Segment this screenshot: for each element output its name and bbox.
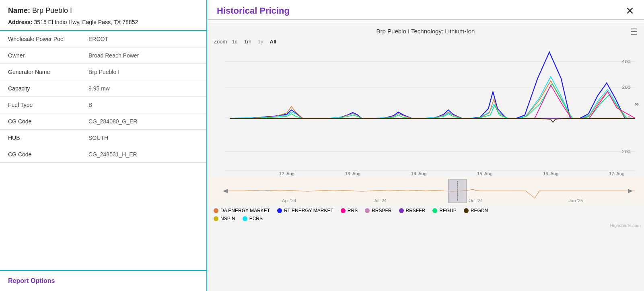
legend-item: DA ENERGY MARKET — [214, 208, 270, 213]
info-value: Broad Reach Power — [88, 52, 198, 59]
navigator-area: Apr '24 Jul '24 Oct '24 Jan '25 ◀ ▶ — [207, 177, 644, 205]
left-panel: Name: Brp Pueblo I Address: 3515 El Indi… — [0, 0, 207, 291]
info-row: OwnerBroad Reach Power — [0, 47, 206, 64]
legend-label: ECRS — [249, 216, 263, 221]
legend-dot — [432, 208, 437, 213]
chart-title: Brp Pueblo I Technology: Lithium-Ion — [377, 28, 475, 35]
svg-text:15. Aug: 15. Aug — [477, 171, 492, 176]
svg-text:Oct '24: Oct '24 — [469, 199, 483, 203]
legend-dot — [214, 208, 218, 213]
zoom-1y[interactable]: 1y — [256, 38, 265, 45]
legend-dot — [341, 208, 346, 213]
info-value: SOUTH — [88, 135, 198, 141]
svg-text:400: 400 — [622, 59, 630, 65]
zoom-controls: Zoom 1d 1m 1y All — [207, 36, 644, 49]
address-label: Address: — [8, 19, 33, 25]
svg-text:$: $ — [634, 103, 640, 106]
report-options-title: Report Options — [8, 277, 55, 284]
legend-item: NSPIN — [214, 216, 235, 221]
legend-dot — [214, 216, 218, 221]
legend-label: NSPIN — [220, 216, 235, 221]
info-label: HUB — [8, 135, 88, 141]
info-label: Wholesale Power Pool — [8, 36, 88, 42]
name-label: Name: — [8, 6, 30, 14]
info-row: Capacity9.95 mw — [0, 80, 206, 97]
info-value: CG_248531_H_ER — [88, 151, 198, 158]
svg-text:16. Aug: 16. Aug — [543, 171, 558, 176]
legend-label: REGDN — [471, 208, 488, 213]
info-label: CG Code — [8, 118, 88, 125]
name-value: Brp Pueblo I — [32, 6, 72, 14]
address-value: 3515 El Indio Hwy, Eagle Pass, TX 78852 — [34, 19, 138, 25]
svg-text:17. Aug: 17. Aug — [609, 171, 624, 176]
info-value: B — [88, 102, 198, 108]
right-header: Historical Pricing ✕ — [207, 0, 644, 20]
info-label: CG Code — [8, 151, 88, 158]
legend-label: RRS — [348, 208, 358, 213]
info-row: Generator NameBrp Pueblo I — [0, 64, 206, 80]
info-value: ERCOT — [88, 36, 198, 42]
navigator-svg: Apr '24 Jul '24 Oct '24 Jan '25 ◀ ▶ — [207, 177, 644, 205]
legend-dot — [464, 208, 469, 213]
legend-label: RT ENERGY MARKET — [284, 208, 333, 213]
legend-label: RRSFFR — [406, 208, 426, 213]
info-table: Wholesale Power PoolERCOTOwnerBroad Reac… — [0, 31, 206, 270]
svg-text:◀: ◀ — [223, 187, 228, 194]
zoom-label: Zoom — [214, 39, 227, 45]
svg-text:Apr '24: Apr '24 — [282, 199, 296, 203]
info-label: Fuel Type — [8, 102, 88, 108]
left-header: Name: Brp Pueblo I Address: 3515 El Indi… — [0, 0, 206, 31]
legend-item: REGDN — [464, 208, 488, 213]
address-row: Address: 3515 El Indio Hwy, Eagle Pass, … — [8, 19, 198, 25]
legend-item: RT ENERGY MARKET — [277, 208, 333, 213]
close-button[interactable]: ✕ — [625, 6, 634, 16]
legend-label: DA ENERGY MARKET — [220, 208, 270, 213]
chart-menu-button[interactable]: ☰ — [630, 27, 638, 37]
legend-label: REGUP — [439, 208, 457, 213]
legend-label: RRSPFR — [372, 208, 391, 213]
info-value: Brp Pueblo I — [88, 69, 198, 75]
legend-item: RRS — [341, 208, 358, 213]
zoom-1d[interactable]: 1d — [230, 38, 239, 45]
info-label: Capacity — [8, 85, 88, 92]
svg-text:-200: -200 — [620, 149, 630, 155]
svg-text:13. Aug: 13. Aug — [345, 171, 360, 176]
zoom-all[interactable]: All — [268, 38, 278, 45]
info-label: Owner — [8, 52, 88, 59]
chart-title-container: Brp Pueblo I Technology: Lithium-Ion ☰ — [207, 23, 644, 36]
info-row: CG CodeCG_284080_G_ER — [0, 113, 206, 130]
legend-item: RRSFFR — [399, 208, 426, 213]
name-row: Name: Brp Pueblo I — [8, 6, 198, 15]
legend-item: REGUP — [432, 208, 457, 213]
chart-svg: 400 200 0 -200 $ 12. Aug 13. Aug 14. Aug… — [207, 49, 644, 177]
legend-dot — [243, 216, 247, 221]
legend-dot — [365, 208, 370, 213]
svg-text:200: 200 — [622, 85, 630, 90]
info-row: Fuel TypeB — [0, 97, 206, 113]
legend-dot — [399, 208, 404, 213]
report-options: Report Options — [0, 270, 206, 291]
info-row: Wholesale Power PoolERCOT — [0, 31, 206, 47]
right-panel: Historical Pricing ✕ Brp Pueblo I Techno… — [207, 0, 644, 291]
svg-text:Jan '25: Jan '25 — [568, 199, 583, 203]
zoom-1m[interactable]: 1m — [243, 38, 253, 45]
info-row: HUBSOUTH — [0, 130, 206, 146]
info-value: 9.95 mw — [88, 85, 198, 92]
svg-text:14. Aug: 14. Aug — [411, 171, 426, 176]
info-value: CG_284080_G_ER — [88, 118, 198, 125]
info-row: CG CodeCG_248531_H_ER — [0, 146, 206, 163]
chart-area: Brp Pueblo I Technology: Lithium-Ion ☰ Z… — [207, 23, 644, 291]
legend-area: DA ENERGY MARKETRT ENERGY MARKETRRSRRSPF… — [207, 205, 644, 223]
legend-dot — [277, 208, 282, 213]
legend-item: RRSPFR — [365, 208, 391, 213]
svg-text:▶: ▶ — [628, 187, 633, 194]
info-label: Generator Name — [8, 69, 88, 75]
highcharts-credit: Highcharts.com — [207, 223, 644, 229]
svg-text:Jul '24: Jul '24 — [374, 199, 387, 203]
legend-item: ECRS — [243, 216, 263, 221]
main-chart: 400 200 0 -200 $ 12. Aug 13. Aug 14. Aug… — [207, 49, 644, 177]
page-title: Historical Pricing — [217, 6, 290, 16]
svg-rect-17 — [449, 179, 467, 203]
svg-text:12. Aug: 12. Aug — [279, 171, 294, 176]
